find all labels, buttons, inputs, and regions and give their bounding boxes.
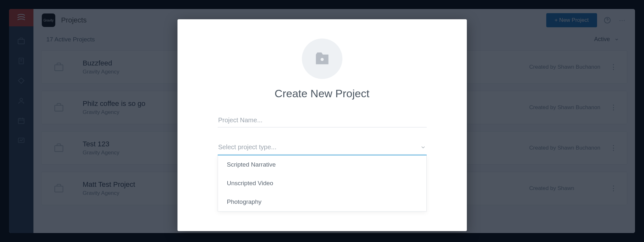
project-type-dropdown: Scripted Narrative Unscripted Video Phot…	[218, 155, 427, 212]
project-name-field	[218, 115, 427, 127]
modal-title: Create New Project	[275, 87, 369, 100]
project-type-option-unscripted[interactable]: Unscripted Video	[218, 174, 426, 193]
project-type-placeholder: Select project type...	[218, 143, 277, 151]
project-folder-icon	[313, 50, 332, 67]
project-type-option-photography[interactable]: Photography	[218, 193, 426, 211]
create-project-modal: Create New Project Select project type..…	[177, 19, 467, 231]
chevron-down-icon	[420, 144, 426, 150]
project-name-input[interactable]	[218, 115, 427, 127]
project-type-select[interactable]: Select project type...	[218, 142, 427, 155]
svg-point-10	[321, 58, 324, 61]
project-type-field: Select project type... Scripted Narrativ…	[218, 142, 427, 155]
modal-header-icon	[302, 39, 342, 79]
project-type-option-scripted[interactable]: Scripted Narrative	[218, 155, 426, 174]
